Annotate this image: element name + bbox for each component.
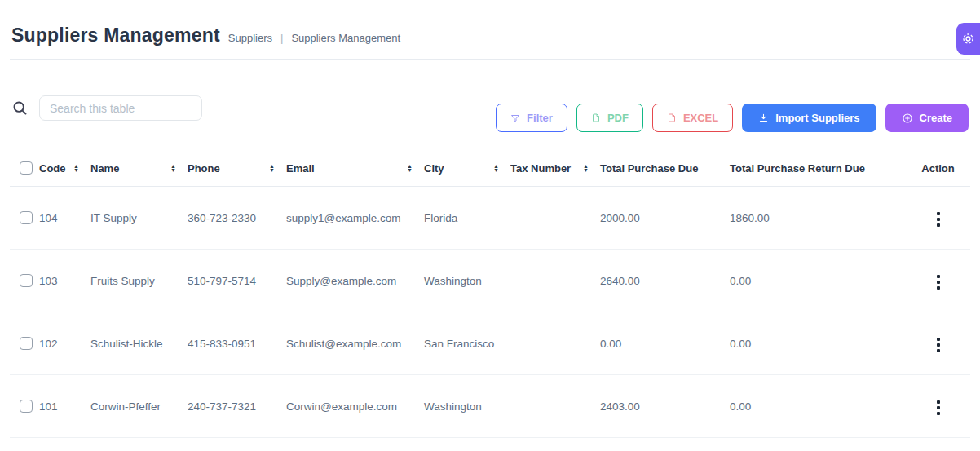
cell-total-purchase-due: 2000.00 — [600, 187, 730, 250]
column-header-tax-number[interactable]: Tax Number▲▼ — [510, 157, 600, 187]
cell-city: Washington — [424, 375, 510, 438]
toolbar: Filter PDF EXCEL Import Suppliers Create — [0, 95, 980, 132]
plus-circle-icon — [902, 113, 913, 124]
cell-city: Washington — [424, 250, 510, 312]
search-area — [11, 95, 202, 121]
breadcrumb-current: Suppliers Management — [291, 32, 400, 44]
column-header-email[interactable]: Email▲▼ — [286, 157, 424, 187]
file-pdf-icon — [591, 113, 601, 123]
row-actions-button[interactable] — [930, 209, 947, 230]
cell-name: Schulist-Hickle — [90, 312, 188, 375]
table-row: 102 Schulist-Hickle 415-833-0951 Schulis… — [10, 312, 970, 375]
column-header-code[interactable]: Code▲▼ — [39, 157, 90, 187]
cell-total-purchase-return-due: 0.00 — [730, 312, 906, 375]
file-excel-icon — [667, 113, 677, 123]
column-header-phone[interactable]: Phone▲▼ — [188, 157, 286, 187]
cell-name: Corwin-Pfeffer — [90, 375, 188, 438]
cell-email: supply1@example.com — [286, 187, 424, 250]
search-input[interactable] — [39, 95, 202, 121]
row-checkbox[interactable] — [20, 274, 33, 287]
sort-icon[interactable]: ▲▼ — [493, 164, 499, 173]
cell-code: 104 — [39, 187, 90, 250]
column-header-action: Action — [906, 157, 970, 187]
table-row: 101 Corwin-Pfeffer 240-737-7321 Corwin@e… — [10, 375, 970, 438]
cell-email: Supply@example.com — [286, 250, 424, 312]
cell-code: 103 — [39, 250, 90, 312]
row-checkbox[interactable] — [20, 337, 33, 350]
select-all-checkbox[interactable] — [20, 161, 33, 175]
cell-total-purchase-return-due: 0.00 — [730, 375, 906, 438]
toolbar-buttons: Filter PDF EXCEL Import Suppliers Create — [496, 104, 969, 132]
page-title: Suppliers Management — [11, 24, 220, 46]
table-row: 103 Fruits Supply 510-797-5714 Supply@ex… — [10, 250, 970, 312]
row-actions-button[interactable] — [930, 397, 947, 418]
cell-code: 101 — [39, 375, 90, 438]
create-button[interactable]: Create — [885, 104, 969, 132]
row-actions-button[interactable] — [930, 272, 947, 293]
table-row: 104 IT Supply 360-723-2330 supply1@examp… — [10, 187, 970, 250]
cell-phone: 415-833-0951 — [188, 312, 286, 375]
column-header-name[interactable]: Name▲▼ — [90, 157, 188, 187]
suppliers-table: Code▲▼ Name▲▼ Phone▲▼ Email▲▼ City▲▼ Tax… — [10, 157, 970, 438]
cell-phone: 240-737-7321 — [188, 375, 286, 438]
breadcrumb-parent[interactable]: Suppliers — [228, 32, 272, 44]
cell-tax-number — [510, 187, 600, 250]
breadcrumb: Suppliers | Suppliers Management — [228, 32, 400, 44]
sort-icon[interactable]: ▲▼ — [407, 164, 413, 173]
import-suppliers-button[interactable]: Import Suppliers — [742, 104, 876, 132]
cell-tax-number — [510, 250, 600, 312]
sort-icon[interactable]: ▲▼ — [583, 164, 589, 173]
download-icon — [758, 113, 769, 123]
cell-phone: 510-797-5714 — [188, 250, 286, 312]
filter-button[interactable]: Filter — [496, 104, 567, 132]
cell-tax-number — [510, 312, 600, 375]
cell-city: San Francisco — [424, 312, 510, 375]
header-divider — [10, 59, 970, 60]
cell-email: Corwin@example.com — [286, 375, 424, 438]
row-checkbox[interactable] — [20, 400, 33, 413]
table-footer: Rows per page: 10 1 - 4 of 4 ◀ prev next… — [0, 438, 980, 451]
sort-icon[interactable]: ▲▼ — [269, 164, 275, 173]
row-checkbox[interactable] — [20, 211, 33, 224]
cell-code: 102 — [39, 312, 90, 375]
cell-total-purchase-return-due: 1860.00 — [730, 187, 906, 250]
cell-name: Fruits Supply — [90, 250, 188, 312]
gear-icon — [960, 31, 976, 46]
cell-email: Schulist@example.com — [286, 312, 424, 375]
cell-name: IT Supply — [90, 187, 188, 250]
cell-total-purchase-due: 2640.00 — [600, 250, 730, 312]
funnel-icon — [510, 113, 520, 123]
theme-settings-button[interactable] — [956, 23, 980, 55]
cell-phone: 360-723-2330 — [188, 187, 286, 250]
cell-total-purchase-due: 0.00 — [600, 312, 730, 375]
cell-city: Florida — [424, 187, 510, 250]
breadcrumb-separator: | — [280, 32, 283, 44]
search-icon — [11, 99, 29, 117]
cell-total-purchase-due: 2403.00 — [600, 375, 730, 438]
column-header-total-purchase-return-due: Total Purchase Return Due — [730, 157, 906, 187]
column-header-city[interactable]: City▲▼ — [424, 157, 510, 187]
excel-export-button[interactable]: EXCEL — [652, 104, 733, 132]
row-actions-button[interactable] — [930, 334, 947, 356]
sort-icon[interactable]: ▲▼ — [73, 164, 79, 173]
column-header-total-purchase-due: Total Purchase Due — [600, 157, 730, 187]
cell-total-purchase-return-due: 0.00 — [730, 250, 906, 312]
page-header: Suppliers Management Suppliers | Supplie… — [0, 0, 980, 59]
table-header-row: Code▲▼ Name▲▼ Phone▲▼ Email▲▼ City▲▼ Tax… — [10, 157, 970, 187]
cell-tax-number — [510, 375, 600, 438]
pdf-export-button[interactable]: PDF — [576, 104, 643, 132]
sort-icon[interactable]: ▲▼ — [170, 164, 176, 173]
